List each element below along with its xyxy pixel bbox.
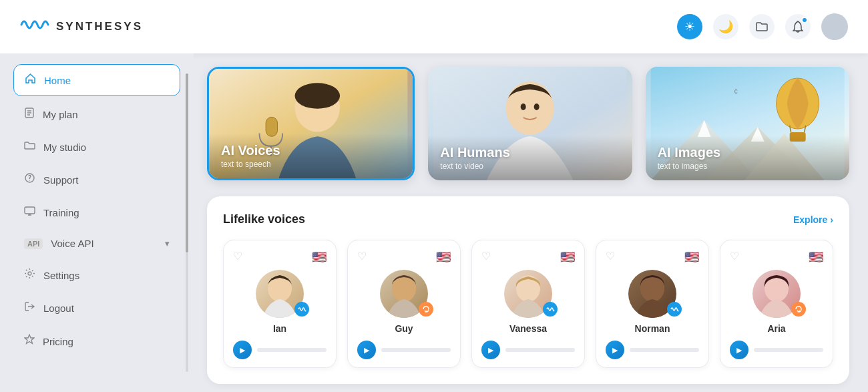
svg-point-12 [521,104,526,110]
folder-button[interactable] [749,14,775,39]
vanessa-avatar-wrap [481,270,575,318]
dark-mode-button[interactable]: 🌙 [713,14,738,39]
voices-section: Lifelike voices Explore › ♡ 🇺🇸 [207,196,849,384]
main-layout: Home My plan My studio Support Training [0,53,868,392]
sidebar-item-my-plan[interactable]: My plan [13,99,180,130]
norman-flag: 🇺🇸 [684,250,699,264]
guy-name: Guy [357,323,451,334]
sidebar-studio-label: My studio [43,142,170,153]
voice-card-vanessa[interactable]: ♡ 🇺🇸 Vanessa ▶ [471,240,585,368]
voices-header: Lifelike voices Explore › [223,212,833,226]
guy-loop-badge [419,302,433,317]
explore-link[interactable]: Explore › [793,214,833,225]
notifications-button[interactable] [785,14,811,39]
guy-avatar-wrap [357,270,451,318]
sidebar-item-logout[interactable]: Logout [13,293,180,323]
ian-play-row: ▶ [233,341,327,359]
voice-card-norman-top: ♡ 🇺🇸 [606,250,699,264]
norman-waveform [630,348,699,352]
ian-play-button[interactable]: ▶ [233,341,252,359]
logout-icon [24,301,35,315]
ai-images-subtitle: text to images [658,162,837,171]
aria-name: Aria [730,323,823,334]
vanessa-name: Vanessa [481,323,575,334]
sidebar-item-settings[interactable]: Settings [13,260,180,290]
svg-point-13 [534,104,539,110]
support-icon [24,172,35,187]
svg-text:c: c [734,87,737,95]
light-mode-button[interactable]: ☀ [677,14,702,39]
ian-flag: 🇺🇸 [312,250,327,264]
ai-voices-subtitle: text to speech [221,160,401,169]
ian-waveform [257,348,327,352]
vanessa-waveform [505,348,575,352]
guy-flag: 🇺🇸 [436,250,451,264]
guy-heart-icon[interactable]: ♡ [357,250,367,262]
ai-humans-card[interactable]: AI Humans text to video [428,67,632,180]
aria-flag: 🇺🇸 [809,250,823,264]
aria-heart-icon[interactable]: ♡ [730,250,739,262]
ai-images-title: AI Images [658,145,837,160]
sidebar-item-pricing[interactable]: Pricing [13,326,180,357]
ai-humans-subtitle: text to video [440,162,620,171]
guy-play-button[interactable]: ▶ [357,341,376,359]
aria-avatar-wrap [730,270,823,318]
voices-section-title: Lifelike voices [223,212,305,226]
voice-card-guy-top: ♡ 🇺🇸 [357,250,451,264]
content-area: AI Voices text to speech [194,53,868,392]
voice-card-aria-top: ♡ 🇺🇸 [730,250,823,264]
sidebar-training-label: Training [43,207,170,218]
voice-card-ian[interactable]: ♡ 🇺🇸 Ian ▶ [223,240,337,368]
aria-play-row: ▶ [730,341,823,359]
sidebar-scroll-thumb [186,73,188,252]
ai-images-card[interactable]: c AI Images text to images [646,67,849,180]
logo: SYNTHESYS [20,13,143,41]
ai-images-overlay: AI Images text to images [646,136,849,180]
ai-humans-overlay: AI Humans text to video [428,136,632,180]
voice-card-norman[interactable]: ♡ 🇺🇸 Norman ▶ [596,240,709,368]
voice-card-aria[interactable]: ♡ 🇺🇸 Aria ▶ [720,240,833,368]
home-icon [25,73,36,87]
pricing-icon [24,334,35,349]
sidebar-settings-label: Settings [43,270,170,281]
guy-play-row: ▶ [357,341,451,359]
sidebar-item-training[interactable]: Training [13,198,180,227]
logo-text: SYNTHESYS [56,20,143,33]
norman-wave-badge [667,302,682,317]
ian-heart-icon[interactable]: ♡ [233,250,242,262]
category-cards-row: AI Voices text to speech [207,67,849,180]
ian-wave-badge [294,302,309,317]
aria-waveform [754,348,823,352]
norman-avatar-wrap [606,270,699,318]
sidebar: Home My plan My studio Support Training [0,53,194,392]
ai-voices-card[interactable]: AI Voices text to speech [207,67,415,180]
sidebar-item-home[interactable]: Home [13,64,180,96]
vanessa-heart-icon[interactable]: ♡ [481,250,491,262]
guy-waveform [381,348,451,352]
sidebar-scrollbar [186,73,188,372]
sidebar-home-label: Home [44,75,169,86]
api-icon: API [24,238,43,249]
notification-badge [801,17,808,23]
aria-play-button[interactable]: ▶ [730,341,748,359]
svg-point-4 [28,272,31,275]
norman-name: Norman [606,323,699,334]
sidebar-logout-label: Logout [43,303,170,314]
training-icon [24,206,35,219]
norman-heart-icon[interactable]: ♡ [606,250,615,262]
ai-humans-title: AI Humans [440,145,620,160]
logo-icon [20,13,49,41]
vanessa-play-row: ▶ [481,341,575,359]
plan-icon [24,107,35,122]
header-actions: ☀ 🌙 [677,13,848,40]
sidebar-api-label: Voice API [51,238,157,249]
sidebar-item-support[interactable]: Support [13,164,180,195]
vanessa-wave-badge [543,302,558,317]
voice-card-guy[interactable]: ♡ 🇺🇸 Guy ▶ [347,240,461,368]
sidebar-item-my-studio[interactable]: My studio [13,132,180,162]
norman-play-button[interactable]: ▶ [606,341,624,359]
user-avatar-button[interactable] [821,13,848,40]
sidebar-item-voice-api[interactable]: API Voice API ▾ [13,230,180,257]
vanessa-play-button[interactable]: ▶ [481,341,500,359]
vanessa-flag: 🇺🇸 [560,250,575,264]
